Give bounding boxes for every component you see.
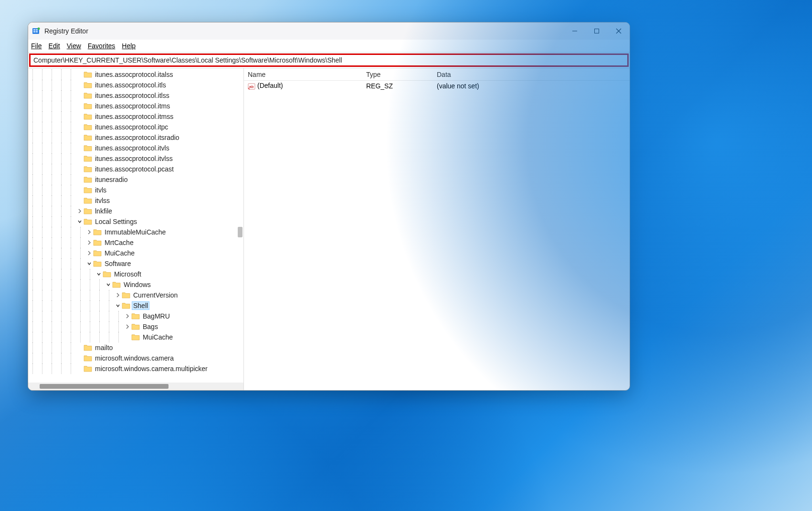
tree-item-label: Windows xyxy=(124,281,151,288)
tree-item[interactable]: Shell xyxy=(28,300,243,311)
column-name[interactable]: Name xyxy=(244,71,362,78)
tree-item[interactable]: itunes.assocprotocol.italss xyxy=(28,69,243,80)
tree-item-label: BagMRU xyxy=(143,312,170,320)
expander-icon[interactable] xyxy=(85,260,93,267)
tree-item[interactable]: MuiCache xyxy=(28,332,243,342)
close-button[interactable] xyxy=(608,22,630,40)
tree-item[interactable]: lnkfile xyxy=(28,206,243,216)
maximize-button[interactable] xyxy=(586,22,608,40)
tree-item[interactable]: itunes.assocprotocol.itmss xyxy=(28,111,243,122)
tree-item[interactable]: ImmutableMuiCache xyxy=(28,227,243,237)
tree-item[interactable]: itunes.assocprotocol.itvlss xyxy=(28,153,243,164)
folder-icon xyxy=(84,82,92,88)
menu-help[interactable]: Help xyxy=(122,42,136,50)
tree-item[interactable]: Software xyxy=(28,258,243,269)
folder-icon xyxy=(131,323,140,330)
vertical-scrollbar-thumb[interactable] xyxy=(238,227,243,237)
folder-icon xyxy=(93,260,102,267)
tree-item[interactable]: Bags xyxy=(28,321,243,332)
tree-item[interactable]: itunes.assocprotocol.itms xyxy=(28,101,243,111)
tree-item-label: CurrentVersion xyxy=(133,291,178,299)
expander-icon[interactable] xyxy=(124,312,131,320)
tree-item-label: itunes.assocprotocol.itpc xyxy=(95,123,168,131)
menu-favorites[interactable]: Favorites xyxy=(88,42,116,50)
tree-item[interactable]: Microsoft xyxy=(28,269,243,279)
menu-view[interactable]: View xyxy=(67,42,81,50)
folder-icon xyxy=(103,271,111,277)
folder-icon xyxy=(84,134,92,141)
menu-edit[interactable]: Edit xyxy=(49,42,60,50)
tree-item[interactable]: CurrentVersion xyxy=(28,290,243,300)
expander-icon[interactable] xyxy=(76,207,84,215)
tree-item[interactable]: Local Settings xyxy=(28,216,243,227)
tree-item[interactable]: MuiCache xyxy=(28,248,243,258)
folder-icon xyxy=(84,344,92,351)
horizontal-scrollbar-thumb[interactable] xyxy=(40,384,169,389)
expander-icon[interactable] xyxy=(85,249,93,257)
folder-icon xyxy=(84,71,92,78)
tree-item-label: itvlss xyxy=(95,197,110,204)
tree-item-label: itvls xyxy=(95,186,106,194)
tree-item[interactable]: mailto xyxy=(28,342,243,353)
tree-item[interactable]: microsoft.windows.camera xyxy=(28,353,243,363)
svg-line-9 xyxy=(616,29,621,33)
folder-icon xyxy=(84,187,92,193)
tree-item-label: itunes.assocprotocol.itvls xyxy=(95,144,169,152)
minimize-button[interactable] xyxy=(564,22,586,40)
folder-icon xyxy=(84,124,92,130)
svg-rect-1 xyxy=(33,29,35,31)
list-header[interactable]: Name Type Data xyxy=(244,68,630,81)
tree-item-label: itunes.assocprotocol.itms xyxy=(95,102,170,110)
tree-item[interactable]: itunes.assocprotocol.itlss xyxy=(28,90,243,101)
expander-icon[interactable] xyxy=(85,239,93,246)
column-data[interactable]: Data xyxy=(433,71,630,78)
expander-icon[interactable] xyxy=(114,302,122,309)
value-name: (Default) xyxy=(257,82,283,89)
tree-item[interactable]: itunesradio xyxy=(28,174,243,185)
address-bar[interactable]: Computer\HKEY_CURRENT_USER\Software\Clas… xyxy=(29,53,629,67)
tree-item-label: itunes.assocprotocol.itsradio xyxy=(95,134,179,141)
value-row[interactable]: ab(Default)REG_SZ(value not set) xyxy=(244,81,630,91)
tree-item[interactable]: BagMRU xyxy=(28,311,243,321)
folder-icon xyxy=(84,208,92,214)
tree-item[interactable]: Windows xyxy=(28,279,243,290)
column-type[interactable]: Type xyxy=(362,71,433,78)
expander-icon[interactable] xyxy=(76,218,84,225)
folder-icon xyxy=(93,229,102,235)
horizontal-scrollbar[interactable] xyxy=(28,383,243,390)
registry-tree[interactable]: itunes.assocprotocol.italssitunes.assocp… xyxy=(28,68,243,374)
tree-item[interactable]: itvls xyxy=(28,185,243,195)
tree-item-label: microsoft.windows.camera.multipicker xyxy=(95,365,208,373)
expander-icon[interactable] xyxy=(85,228,93,236)
folder-icon xyxy=(84,113,92,120)
tree-item[interactable]: microsoft.windows.camera.multipicker xyxy=(28,363,243,374)
tree-item-label: MuiCache xyxy=(105,249,135,257)
expander-icon[interactable] xyxy=(105,281,112,288)
tree-item[interactable]: itunes.assocprotocol.pcast xyxy=(28,164,243,174)
tree-item-label: itunesradio xyxy=(95,176,128,183)
tree-item[interactable]: itunes.assocprotocol.itsradio xyxy=(28,132,243,143)
titlebar[interactable]: Registry Editor xyxy=(28,22,630,40)
tree-item-label: itunes.assocprotocol.pcast xyxy=(95,165,174,173)
folder-icon xyxy=(84,166,92,172)
string-value-icon: ab xyxy=(248,83,255,90)
registry-editor-window: Registry Editor File Edit View Favorites… xyxy=(28,22,630,391)
expander-icon[interactable] xyxy=(114,291,122,299)
folder-icon xyxy=(131,334,140,341)
svg-rect-4 xyxy=(36,31,38,32)
folder-icon xyxy=(122,302,130,309)
tree-item[interactable]: itvlss xyxy=(28,195,243,206)
address-bar-container: Computer\HKEY_CURRENT_USER\Software\Clas… xyxy=(28,52,630,68)
tree-item-label: Bags xyxy=(143,323,158,330)
tree-item-label: Microsoft xyxy=(114,270,141,278)
tree-item[interactable]: itunes.assocprotocol.itpc xyxy=(28,122,243,132)
menu-file[interactable]: File xyxy=(31,42,42,50)
tree-item[interactable]: MrtCache xyxy=(28,237,243,248)
tree-item[interactable]: itunes.assocprotocol.itvls xyxy=(28,143,243,153)
tree-item-label: Shell xyxy=(132,301,149,310)
tree-item-label: itunes.assocprotocol.itlss xyxy=(95,92,169,99)
expander-icon[interactable] xyxy=(95,270,103,278)
tree-item-label: itunes.assocprotocol.italss xyxy=(95,71,173,78)
tree-item[interactable]: itunes.assocprotocol.itls xyxy=(28,80,243,90)
expander-icon[interactable] xyxy=(124,323,131,330)
